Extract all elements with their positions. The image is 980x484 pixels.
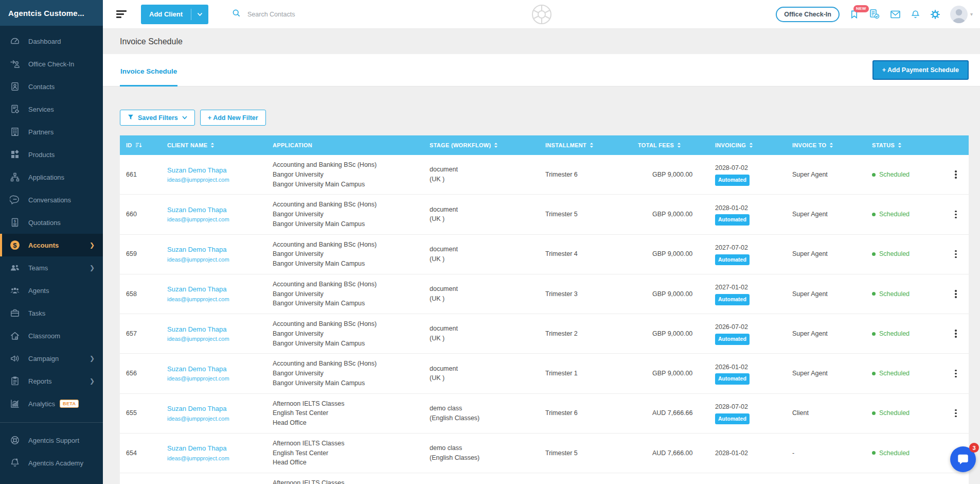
row-actions-kebab[interactable] xyxy=(951,207,961,222)
application-cell: Accounting and Banking BSc (Hons) Bangor… xyxy=(266,280,423,308)
sidebar-item-campaign[interactable]: Campaign❯ xyxy=(0,347,103,370)
sidebar-item-agents[interactable]: Agents xyxy=(0,279,103,302)
client-cell: Suzan Demo Thapa ideas@ijumpproject.com xyxy=(161,404,266,423)
client-email-link[interactable]: ideas@ijumpproject.com xyxy=(167,454,266,463)
client-email-link[interactable]: ideas@ijumpproject.com xyxy=(167,414,266,423)
sidebar-item-dashboard[interactable]: Dashboard xyxy=(0,30,103,53)
sidebar-item-partners[interactable]: Partners xyxy=(0,120,103,143)
client-name-link[interactable]: Suzan Demo Thapa xyxy=(167,165,266,176)
status-label: Scheduled xyxy=(879,170,910,180)
status-cell: Scheduled xyxy=(866,210,943,219)
saved-filters-button[interactable]: Saved Filters xyxy=(120,110,195,126)
client-name-link[interactable]: Suzan Demo Thapa xyxy=(167,245,266,255)
mail-icon[interactable] xyxy=(890,10,901,19)
installment-cell: Trimester 2 xyxy=(539,329,632,339)
search-input[interactable] xyxy=(247,11,402,18)
application-cell: Accounting and Banking BSc (Hons) Bangor… xyxy=(266,240,423,269)
row-actions-kebab[interactable] xyxy=(951,167,961,182)
column-header-stage-workflow-[interactable]: STAGE (WORKFLOW) xyxy=(423,142,539,148)
user-menu[interactable]: ▾ xyxy=(950,6,973,23)
sidebar-item-agentcis-academy[interactable]: Agentcis Academy xyxy=(0,452,103,474)
sort-icon xyxy=(494,142,498,148)
client-name-link[interactable]: Suzan Demo Thapa xyxy=(167,404,266,414)
column-header-total-fees[interactable]: TOTAL FEES xyxy=(632,142,709,148)
client-email-link[interactable]: ideas@ijumpproject.com xyxy=(167,295,266,304)
settings-gear-icon[interactable] xyxy=(930,9,940,20)
conversations-icon xyxy=(9,194,21,205)
column-header-id[interactable]: ID xyxy=(120,142,161,148)
client-name-link[interactable]: Suzan Demo Thapa xyxy=(167,324,266,335)
row-actions-kebab[interactable] xyxy=(951,406,961,421)
invoicing-cell: 2028-07-02 Automated xyxy=(709,163,786,186)
academy-icon xyxy=(9,457,21,469)
table-body: 661 Suzan Demo Thapa ideas@ijumpproject.… xyxy=(120,155,969,484)
row-actions-kebab[interactable] xyxy=(951,366,961,381)
sidebar-item-office-check-in[interactable]: Office Check-In xyxy=(0,53,103,75)
client-email-link[interactable]: ideas@ijumpproject.com xyxy=(167,335,266,343)
sidebar-item-tasks[interactable]: Tasks xyxy=(0,302,103,324)
sidebar-item-label: Products xyxy=(28,151,55,159)
notifications-bell-icon[interactable] xyxy=(911,9,920,20)
sidebar-item-agentcis-support[interactable]: Agentcis Support xyxy=(0,429,103,452)
whats-new-bookmark-icon[interactable]: NEW xyxy=(849,9,859,20)
invoicing-cell: 2028-01-02 Automated xyxy=(709,203,786,226)
column-header-status[interactable]: STATUS xyxy=(866,142,943,148)
client-email-link[interactable]: ideas@ijumpproject.com xyxy=(167,255,266,264)
installment-cell: Trimester 5 xyxy=(539,210,632,219)
add-client-button[interactable]: Add Client xyxy=(141,5,208,24)
chat-launcher-button[interactable]: 3 xyxy=(950,446,976,472)
sidebar-item-quotations[interactable]: $Quotations xyxy=(0,211,103,234)
row-actions-kebab[interactable] xyxy=(951,287,961,302)
office-checkin-button[interactable]: Office Check-In xyxy=(776,7,840,22)
client-email-link[interactable]: ideas@ijumpproject.com xyxy=(167,176,266,184)
column-header-invoice-to[interactable]: INVOICE TO xyxy=(786,142,866,148)
table-row: 659 Suzan Demo Thapa ideas@ijumpproject.… xyxy=(120,235,969,274)
menu-toggle-icon[interactable] xyxy=(116,9,128,20)
column-header-installment[interactable]: INSTALLMENT xyxy=(539,142,632,148)
quotations-icon: $ xyxy=(9,217,21,228)
column-header-client-name[interactable]: CLIENT NAME xyxy=(161,142,266,148)
tab-invoice-schedule[interactable]: Invoice Schedule xyxy=(120,67,177,87)
column-header-application[interactable]: APPLICATION xyxy=(266,142,423,148)
teams-icon xyxy=(9,262,21,273)
sidebar-item-applications[interactable]: Applications xyxy=(0,166,103,188)
sort-icon xyxy=(829,142,833,148)
stage-cell: document (UK ) xyxy=(423,205,539,224)
chevron-down-icon: ▾ xyxy=(970,11,973,17)
client-cell: Suzan Demo Thapa ideas@ijumpproject.com xyxy=(161,284,266,303)
document-check-icon[interactable] xyxy=(869,9,880,20)
invoice-to-cell: Super Agent xyxy=(786,170,866,180)
automated-badge: Automated xyxy=(715,254,750,266)
application-cell: Afternoon IELTS Classes English Test Cen… xyxy=(266,478,423,484)
stage-cell: document (UK ) xyxy=(423,245,539,264)
total-fees-cell: AUD 7,666.66 xyxy=(632,408,709,418)
table-header-row: IDCLIENT NAMEAPPLICATIONSTAGE (WORKFLOW)… xyxy=(120,135,969,155)
add-payment-schedule-button[interactable]: + Add Payment Schedule xyxy=(872,60,969,80)
row-actions-kebab[interactable] xyxy=(951,326,961,341)
sidebar-item-analytics[interactable]: AnalyticsBETA xyxy=(0,392,103,415)
row-actions-kebab[interactable] xyxy=(951,247,961,262)
sidebar-item-services[interactable]: Services xyxy=(0,98,103,120)
sidebar-item-reports[interactable]: Reports❯ xyxy=(0,370,103,392)
client-email-link[interactable]: ideas@ijumpproject.com xyxy=(167,374,266,383)
row-id: 660 xyxy=(120,210,161,219)
column-header-invoicing[interactable]: INVOICING xyxy=(709,142,786,148)
client-name-link[interactable]: Suzan Demo Thapa xyxy=(167,284,266,295)
sidebar-item-contacts[interactable]: Contacts xyxy=(0,75,103,98)
client-email-link[interactable]: ideas@ijumpproject.com xyxy=(167,215,266,224)
partners-icon xyxy=(9,126,21,137)
client-name-link[interactable]: Suzan Demo Thapa xyxy=(167,443,266,454)
chevron-down-icon[interactable] xyxy=(191,12,208,16)
actions-cell xyxy=(943,167,969,182)
sidebar-item-teams[interactable]: Teams❯ xyxy=(0,256,103,279)
table-row: 658 Suzan Demo Thapa ideas@ijumpproject.… xyxy=(120,274,969,314)
sidebar-footer-nav: Agentcis SupportAgentcis Academy xyxy=(0,429,103,474)
sidebar-item-products[interactable]: Products xyxy=(0,143,103,166)
client-name-link[interactable]: Suzan Demo Thapa xyxy=(167,205,266,215)
add-new-filter-button[interactable]: + Add New Filter xyxy=(200,110,266,126)
client-name-link[interactable]: Suzan Demo Thapa xyxy=(167,364,266,374)
sidebar-item-conversations[interactable]: Conversations xyxy=(0,188,103,211)
sidebar-item-classroom[interactable]: Classroom xyxy=(0,324,103,347)
automated-badge: Automated xyxy=(715,373,750,385)
sidebar-item-accounts[interactable]: $Accounts❯ xyxy=(0,234,103,256)
